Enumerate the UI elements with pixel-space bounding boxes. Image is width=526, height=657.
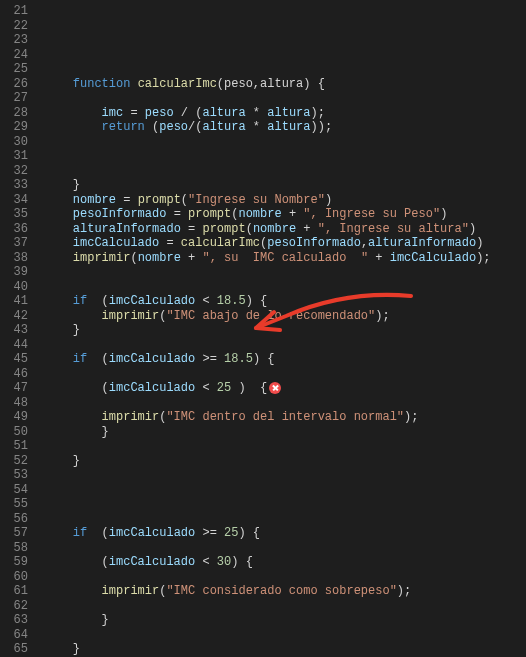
line-number: 50 [0, 425, 28, 440]
code-line[interactable]: if (imcCalculado >= 18.5) { [44, 352, 526, 367]
code-editor[interactable]: 2122232425262728293031323334353637383940… [0, 0, 526, 657]
line-number: 44 [0, 338, 28, 353]
code-line[interactable] [44, 91, 526, 106]
code-line[interactable]: imprimir(nombre + ", su IMC calculado " … [44, 251, 526, 266]
line-number: 41 [0, 294, 28, 309]
line-number: 27 [0, 91, 28, 106]
line-number: 48 [0, 396, 28, 411]
line-number: 59 [0, 555, 28, 570]
code-line[interactable]: pesoInformado = prompt(nombre + ", Ingre… [44, 207, 526, 222]
line-number: 62 [0, 599, 28, 614]
line-number: 31 [0, 149, 28, 164]
code-line[interactable] [44, 570, 526, 585]
line-number: 22 [0, 19, 28, 34]
line-number: 61 [0, 584, 28, 599]
code-line[interactable] [44, 135, 526, 150]
line-number: 32 [0, 164, 28, 179]
line-number: 60 [0, 570, 28, 585]
code-line[interactable] [44, 439, 526, 454]
code-line[interactable] [44, 541, 526, 556]
line-number: 63 [0, 613, 28, 628]
line-number: 30 [0, 135, 28, 150]
line-number: 36 [0, 222, 28, 237]
code-line[interactable]: } [44, 178, 526, 193]
line-number: 39 [0, 265, 28, 280]
line-number: 53 [0, 468, 28, 483]
code-line[interactable] [44, 338, 526, 353]
line-number: 25 [0, 62, 28, 77]
code-line[interactable] [44, 280, 526, 295]
code-line[interactable]: } [44, 425, 526, 440]
line-number: 58 [0, 541, 28, 556]
code-line[interactable]: imprimir("IMC abajo de lo recomendado"); [44, 309, 526, 324]
code-line[interactable]: nombre = prompt("Ingrese su Nombre") [44, 193, 526, 208]
code-line[interactable] [44, 149, 526, 164]
code-line[interactable]: } [44, 454, 526, 469]
code-line[interactable] [44, 599, 526, 614]
line-number: 23 [0, 33, 28, 48]
code-line[interactable] [44, 497, 526, 512]
line-number: 37 [0, 236, 28, 251]
line-number: 45 [0, 352, 28, 367]
line-number: 56 [0, 512, 28, 527]
code-line[interactable]: if (imcCalculado >= 25) { [44, 526, 526, 541]
line-number: 64 [0, 628, 28, 643]
code-area[interactable]: function calcularImc(peso,altura) { imc … [36, 0, 526, 657]
code-line[interactable]: function calcularImc(peso,altura) { [44, 77, 526, 92]
code-line[interactable]: } [44, 613, 526, 628]
code-line[interactable]: imc = peso / (altura * altura); [44, 106, 526, 121]
line-number: 42 [0, 309, 28, 324]
line-number: 24 [0, 48, 28, 63]
line-number: 55 [0, 497, 28, 512]
line-number: 35 [0, 207, 28, 222]
line-number: 57 [0, 526, 28, 541]
code-line[interactable] [44, 628, 526, 643]
code-line[interactable]: if (imcCalculado < 18.5) { [44, 294, 526, 309]
code-line[interactable] [44, 512, 526, 527]
code-line[interactable] [44, 164, 526, 179]
code-line[interactable] [44, 367, 526, 382]
line-number: 29 [0, 120, 28, 135]
code-line[interactable] [44, 468, 526, 483]
code-line[interactable]: (imcCalculado < 25 ) { [44, 381, 526, 396]
line-number: 38 [0, 251, 28, 266]
line-number: 43 [0, 323, 28, 338]
line-number: 46 [0, 367, 28, 382]
code-line[interactable]: } [44, 323, 526, 338]
code-line[interactable]: (imcCalculado < 30) { [44, 555, 526, 570]
code-line[interactable] [44, 396, 526, 411]
code-line[interactable]: imcCalculado = calcularImc(pesoInformado… [44, 236, 526, 251]
code-line[interactable] [44, 265, 526, 280]
line-number: 49 [0, 410, 28, 425]
line-number: 21 [0, 4, 28, 19]
line-number: 26 [0, 77, 28, 92]
line-number: 28 [0, 106, 28, 121]
line-number: 33 [0, 178, 28, 193]
code-line[interactable]: imprimir("IMC dentro del intervalo norma… [44, 410, 526, 425]
code-line[interactable]: return (peso/(altura * altura)); [44, 120, 526, 135]
line-number: 51 [0, 439, 28, 454]
line-number: 47 [0, 381, 28, 396]
code-line[interactable]: imprimir("IMC considerado como sobrepeso… [44, 584, 526, 599]
code-line[interactable]: } [44, 642, 526, 657]
line-number-gutter: 2122232425262728293031323334353637383940… [0, 0, 36, 657]
line-number: 34 [0, 193, 28, 208]
line-number: 54 [0, 483, 28, 498]
code-line[interactable]: alturaInformado = prompt(nombre + ", Ing… [44, 222, 526, 237]
code-line[interactable] [44, 483, 526, 498]
line-number: 40 [0, 280, 28, 295]
line-number: 65 [0, 642, 28, 657]
line-number: 52 [0, 454, 28, 469]
error-icon[interactable] [269, 382, 281, 394]
